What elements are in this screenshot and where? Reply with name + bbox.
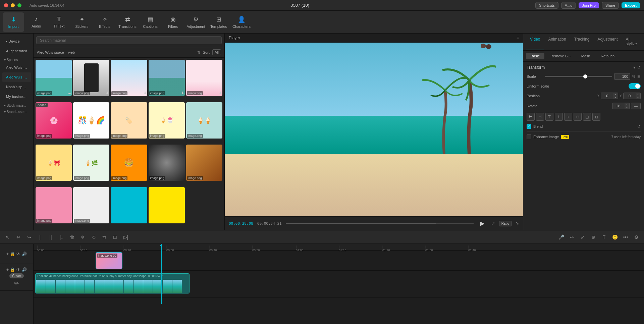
transform-collapse-icon[interactable]: ▾: [633, 65, 635, 70]
spinbox-y-down[interactable]: ▼: [636, 96, 640, 99]
media-item[interactable]: image.png ⬇: [111, 60, 147, 96]
subtab-removebg[interactable]: Remove BG: [546, 53, 575, 59]
maximize-button[interactable]: [17, 3, 21, 7]
tl-redo[interactable]: ↪: [25, 233, 34, 241]
tab-ai-stylize[interactable]: AI stylize: [622, 34, 641, 50]
tab-animation[interactable]: Animation: [544, 34, 570, 50]
tl-lock-icon[interactable]: 🔒: [10, 252, 15, 256]
tl-undo[interactable]: ↩: [14, 233, 23, 241]
tl-reverse[interactable]: ⟲: [89, 233, 98, 241]
tab-video[interactable]: Video: [526, 34, 544, 50]
sidebar-item-alec1[interactable]: Alec Wu's s...: [2, 63, 31, 72]
blend-reset-icon[interactable]: ↺: [637, 124, 641, 129]
search-input[interactable]: [36, 36, 222, 44]
tl-split2[interactable]: ||: [46, 233, 55, 241]
position-x-input[interactable]: [601, 93, 613, 99]
close-button[interactable]: [4, 3, 8, 7]
tool-transitions[interactable]: ⇄ Transitions: [117, 12, 138, 32]
rotate-flip-btn[interactable]: —: [631, 103, 641, 109]
sidebar-item-noahs[interactable]: Noah's space: [2, 82, 31, 92]
subtab-retouch[interactable]: Retouch: [596, 53, 619, 59]
export-button[interactable]: Export: [622, 2, 640, 8]
tool-adjustment[interactable]: ⚙ Adjustment: [185, 12, 207, 32]
media-item[interactable]: image.png: [73, 187, 109, 223]
fullscreen-icon[interactable]: ⤡: [516, 221, 519, 226]
sort-label[interactable]: Sort: [203, 50, 210, 54]
tl-delete[interactable]: 🗑: [68, 233, 76, 241]
tl-zoom-in[interactable]: ⊕: [589, 233, 598, 241]
tool-import[interactable]: ⬇ Import: [3, 12, 24, 32]
tl-zoom-fit[interactable]: ⤢: [578, 233, 587, 241]
tool-characters[interactable]: 👤 Characters: [231, 12, 252, 32]
subtab-mask[interactable]: Mask: [577, 53, 595, 59]
spinbox-down[interactable]: ▼: [613, 96, 618, 99]
expand-icon[interactable]: ⤢: [491, 221, 495, 226]
play-button[interactable]: ▶: [478, 219, 487, 228]
image-clip[interactable]: image.png 00: [96, 252, 122, 269]
tl-speed[interactable]: ▷|: [121, 233, 130, 241]
rotate-down[interactable]: ▼: [625, 106, 629, 109]
align-distribute-h[interactable]: ◫: [583, 113, 591, 121]
share-button[interactable]: Share: [602, 2, 619, 9]
sidebar-item-device[interactable]: ▪ Device: [2, 37, 31, 46]
join-pro-button[interactable]: Join Pro: [579, 2, 599, 8]
align-center-v[interactable]: +: [564, 113, 572, 121]
align-top[interactable]: ⊥: [555, 113, 563, 121]
rotate-input[interactable]: [612, 103, 625, 109]
tl-split[interactable]: |: [36, 233, 44, 241]
align-distribute-v[interactable]: ◻: [592, 113, 600, 121]
tool-stickers[interactable]: ✦ Stickers: [71, 12, 93, 32]
tl-crop[interactable]: ⊡: [111, 233, 119, 241]
tl-eye-2-icon[interactable]: 👁: [16, 267, 20, 272]
tl-split3[interactable]: |↓: [57, 233, 66, 241]
sidebar-item-ai-generated[interactable]: AI generated: [2, 46, 31, 56]
tl-add-track-2-icon[interactable]: +: [6, 267, 9, 272]
tl-audio-icon[interactable]: 🔊: [22, 252, 27, 256]
tool-text[interactable]: T TI Text: [48, 12, 70, 32]
media-item[interactable]: [149, 187, 185, 223]
spinbox-up[interactable]: ▲: [613, 93, 618, 96]
tool-captions[interactable]: ▤ Captions: [140, 12, 161, 32]
video-clip[interactable]: Thailand 4k beach background. Paradise n…: [35, 273, 190, 293]
media-item[interactable]: 🍔 image.png: [111, 145, 147, 181]
ratio-button[interactable]: Ratio: [499, 221, 512, 226]
tab-tracking[interactable]: Tracking: [570, 34, 594, 50]
all-filter[interactable]: All: [212, 49, 221, 55]
spinbox-y-up[interactable]: ▲: [636, 93, 640, 96]
media-item[interactable]: image.png: [36, 187, 72, 223]
tl-more[interactable]: •••: [621, 233, 630, 241]
minimize-button[interactable]: [11, 3, 15, 7]
media-item[interactable]: image.png ☁: [36, 60, 72, 96]
media-item[interactable]: 🎊🍦🌈 image.png: [73, 102, 109, 139]
align-bottom[interactable]: ⊡: [574, 113, 582, 121]
enhance-checkbox[interactable]: [527, 134, 531, 139]
rotate-up[interactable]: ▲: [625, 103, 629, 106]
tool-filters[interactable]: ◉ Filters: [162, 12, 184, 32]
media-item[interactable]: image.png: [149, 145, 185, 181]
tl-eye-icon[interactable]: 👁: [16, 252, 20, 256]
media-item[interactable]: 🍦🎀 image.png: [36, 145, 72, 181]
tool-effects[interactable]: ✧ Effects: [94, 12, 115, 32]
tl-lock-2-icon[interactable]: 🔒: [10, 267, 15, 272]
avatar-button[interactable]: A...u: [561, 2, 576, 9]
align-left[interactable]: ⊢: [527, 113, 535, 121]
tab-adjustment[interactable]: Adjustment: [593, 34, 622, 50]
tool-templates[interactable]: ⊞ Templates: [208, 12, 229, 32]
tl-settings[interactable]: ⚙: [632, 233, 641, 241]
tl-mic[interactable]: 🎤: [557, 233, 566, 241]
tl-audio-2-icon[interactable]: 🔊: [22, 267, 27, 272]
media-item[interactable]: image.png ⬇: [149, 60, 185, 96]
blend-checkbox[interactable]: ✓: [527, 124, 531, 129]
media-item[interactable]: image.png: [186, 145, 222, 181]
tl-emoji[interactable]: 🙂: [610, 233, 619, 241]
position-y-input[interactable]: [624, 93, 636, 99]
tl-add-track-icon[interactable]: +: [6, 252, 9, 256]
uniform-scale-toggle[interactable]: [629, 83, 641, 89]
tl-select-tool[interactable]: ↖: [3, 233, 12, 241]
media-item[interactable]: 🏷️ image.png: [111, 102, 147, 139]
scale-slider[interactable]: [545, 76, 612, 77]
media-item[interactable]: image.png ⬇: [186, 60, 222, 96]
media-item[interactable]: 🍦🍧 image.png: [149, 102, 185, 139]
tl-mirror[interactable]: ⇆: [100, 233, 109, 241]
media-item[interactable]: 🍦🌿 image.png: [73, 145, 109, 181]
